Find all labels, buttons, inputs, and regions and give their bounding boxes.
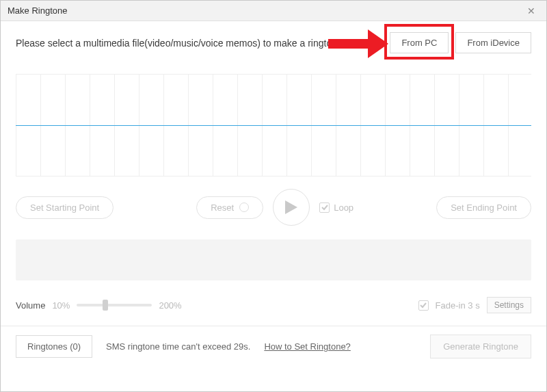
volume-max: 200%	[159, 300, 181, 311]
footer-hint: SMS ringtone time can't exceed 29s.	[106, 341, 250, 352]
how-to-set-ringtone-link[interactable]: How to Set Ringtone?	[264, 341, 350, 352]
reset-icon	[239, 202, 249, 212]
reset-label: Reset	[211, 202, 234, 213]
close-icon[interactable]: ✕	[523, 4, 539, 18]
loop-checkbox-icon	[319, 202, 330, 213]
play-button[interactable]	[273, 189, 310, 226]
waveform-midline	[16, 125, 531, 126]
fade-controls: Fade-in 3 s Settings	[418, 297, 531, 313]
reset-button[interactable]: Reset	[196, 196, 263, 219]
volume-label: Volume	[16, 300, 45, 311]
set-ending-point-button[interactable]: Set Ending Point	[436, 196, 531, 219]
center-controls: Reset Loop	[196, 189, 353, 226]
fade-label: Fade-in 3 s	[436, 300, 480, 311]
volume-row: Volume 10% 200% Fade-in 3 s Settings	[16, 297, 531, 313]
content-area: Please select a multimedia file(video/mu…	[1, 21, 546, 313]
fade-settings-button[interactable]: Settings	[487, 297, 531, 313]
fade-checkbox-icon[interactable]	[418, 300, 429, 311]
volume-control: Volume 10% 200%	[16, 300, 182, 311]
footer-bar: Ringtones (0) SMS ringtone time can't ex…	[1, 326, 546, 367]
ringtones-count-button[interactable]: Ringtones (0)	[16, 335, 92, 358]
volume-min: 10%	[52, 300, 70, 311]
from-pc-button[interactable]: From PC	[390, 32, 449, 53]
svg-marker-2	[285, 200, 297, 214]
volume-slider[interactable]	[77, 304, 152, 306]
window-title: Make Ringtone	[8, 5, 67, 16]
waveform-area[interactable]	[16, 74, 531, 177]
volume-slider-thumb[interactable]	[103, 300, 108, 311]
playback-controls: Set Starting Point Reset Loop Set Ending…	[16, 189, 531, 226]
source-buttons: From PC From iDevice	[390, 32, 531, 53]
source-row: Please select a multimedia file(video/mu…	[16, 32, 531, 53]
loop-toggle[interactable]: Loop	[319, 202, 353, 213]
preview-strip	[16, 239, 531, 280]
loop-label: Loop	[334, 202, 353, 213]
instruction-text: Please select a multimedia file(video/mu…	[16, 38, 390, 49]
play-icon	[285, 200, 297, 214]
footer-left: Ringtones (0) SMS ringtone time can't ex…	[16, 335, 351, 358]
set-starting-point-button[interactable]: Set Starting Point	[16, 196, 114, 219]
from-idevice-button[interactable]: From iDevice	[455, 32, 531, 53]
generate-ringtone-button[interactable]: Generate Ringtone	[430, 335, 531, 358]
title-bar: Make Ringtone ✕	[1, 1, 546, 21]
